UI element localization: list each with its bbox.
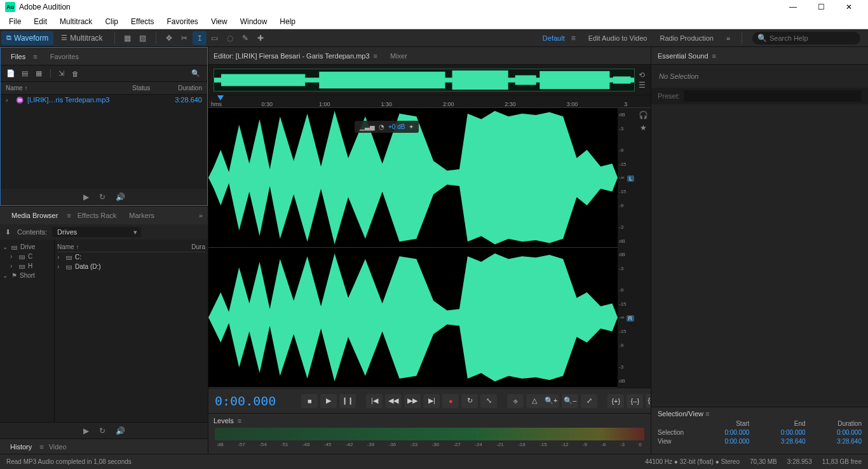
selection-duration[interactable]: 0:00.000	[808, 429, 862, 436]
razor-tool-icon[interactable]: ✂	[177, 31, 191, 45]
download-icon[interactable]: ⬇	[5, 228, 11, 236]
menu-file[interactable]: File	[3, 17, 27, 26]
tab-effects-rack[interactable]: Effects Rack	[71, 212, 123, 219]
view-end[interactable]: 3:28.640	[751, 438, 805, 445]
channels-icon[interactable]: ☰	[639, 81, 646, 90]
tab-files[interactable]: Files	[6, 53, 31, 60]
levels-menu-icon[interactable]: ≡	[238, 417, 241, 425]
close-file-icon[interactable]: 🗑	[69, 68, 81, 79]
timeline[interactable]: hms 0:30 1:00 1:30 2:00 2:30 3:00 3	[208, 95, 651, 108]
tab-history[interactable]: History	[5, 443, 37, 451]
open-file-icon[interactable]: 📄	[4, 68, 17, 79]
move-tool-icon[interactable]: ✥	[162, 31, 176, 45]
tab-mixer[interactable]: Mixer	[390, 52, 407, 60]
mb-more-icon[interactable]: »	[199, 212, 203, 219]
zoom-in-time-icon[interactable]: {+}	[607, 394, 624, 408]
mb-loop-icon[interactable]: ↻	[99, 426, 105, 435]
menu-effects[interactable]: Effects	[125, 17, 160, 26]
hud-pin-icon[interactable]: ✦	[409, 123, 414, 130]
record-button[interactable]: ●	[442, 394, 459, 408]
stop-button[interactable]: ■	[301, 394, 318, 408]
rewind-button[interactable]: ◀◀	[385, 394, 402, 408]
levels-meter[interactable]	[215, 428, 644, 440]
loop-button[interactable]: ↻	[461, 394, 478, 408]
amplitude-hud[interactable]: ▁▃▅ ◔ +0 dB ✦	[355, 121, 419, 133]
overview-waveform[interactable]	[214, 69, 635, 92]
view-waveform-button[interactable]: ⧉Waveform	[1, 31, 53, 45]
menu-favorites[interactable]: Favorites	[161, 17, 205, 26]
maximize-button[interactable]: ☐	[807, 0, 835, 14]
drives-dropdown[interactable]: Drives	[52, 227, 141, 237]
col-name[interactable]: Name ↑	[6, 85, 132, 92]
tree-row[interactable]: ›🖴H	[3, 261, 51, 271]
zoom-out-time-icon[interactable]: {–}	[627, 394, 643, 408]
brush-tool-icon[interactable]: ✎	[238, 31, 252, 45]
tree-row[interactable]: ⌄⚑Short	[3, 271, 51, 280]
menu-help[interactable]: Help	[273, 17, 302, 26]
col-duration[interactable]: Duration	[164, 85, 202, 92]
zoom-out-icon[interactable]: 🔍–	[562, 394, 578, 408]
selview-menu-icon[interactable]: ≡	[705, 410, 709, 418]
tab-markers[interactable]: Markers	[123, 212, 161, 219]
zoom-full-icon[interactable]: ⤢	[581, 394, 597, 408]
star-icon[interactable]: ★	[640, 123, 647, 132]
essential-menu-icon[interactable]: ≡	[712, 52, 716, 60]
files-loop-icon[interactable]: ↻	[99, 193, 105, 201]
mb-play-icon[interactable]: ▶	[83, 426, 89, 435]
expand-icon[interactable]: ›	[6, 96, 12, 104]
workspace-radio[interactable]: Radio Production	[653, 34, 719, 42]
workspace-more-icon[interactable]: »	[720, 34, 736, 42]
mb-col-dura[interactable]: Dura	[191, 243, 205, 250]
files-menu-icon[interactable]: ≡	[33, 53, 37, 60]
search-help[interactable]: 🔍	[752, 32, 860, 44]
files-autoplay-icon[interactable]: 🔊	[116, 193, 125, 201]
skip-selection-button[interactable]: ⤡	[480, 394, 497, 408]
zoom-in-icon[interactable]: 🔍+	[543, 394, 559, 408]
menu-window[interactable]: Window	[234, 17, 274, 26]
tree-row[interactable]: ›🖴C:	[57, 252, 205, 262]
tab-media-browser[interactable]: Media Browser	[5, 212, 64, 219]
workspace-edit-audio[interactable]: Edit Audio to Video	[582, 34, 654, 42]
files-play-icon[interactable]: ▶	[83, 193, 89, 201]
forward-button[interactable]: ▶▶	[404, 394, 421, 408]
tree-row[interactable]: ›🖴C	[3, 252, 51, 261]
heal-tool-icon[interactable]: ✚	[254, 31, 268, 45]
search-input[interactable]	[770, 34, 855, 42]
file-row[interactable]: › ♒ [LIRIK]…ris Terdepan.mp3 3:28.640	[1, 95, 207, 105]
hud-toggle-icon[interactable]: ▦	[121, 31, 135, 45]
view-multitrack-button[interactable]: ☰Multitrack	[56, 31, 107, 45]
new-multitrack-icon[interactable]: ▦	[32, 68, 45, 79]
timecode-display[interactable]: 0:00.000	[215, 393, 276, 409]
time-selection-tool-icon[interactable]: 𝙸	[193, 31, 207, 45]
tab-favorites[interactable]: Favorites	[45, 53, 84, 60]
waveform-editor[interactable]: ▁▃▅ ◔ +0 dB ✦	[208, 108, 618, 388]
col-status[interactable]: Status	[132, 85, 164, 92]
selection-end[interactable]: 0:00.000	[751, 429, 805, 436]
goto-start-button[interactable]: |◀	[366, 394, 383, 408]
play-button[interactable]: ▶	[320, 394, 337, 408]
tree-row[interactable]: ›🖴Data (D:)	[57, 262, 205, 271]
lasso-tool-icon[interactable]: ◌	[223, 31, 237, 45]
editor-menu-icon[interactable]: ≡	[374, 52, 377, 60]
menu-clip[interactable]: Clip	[98, 17, 125, 26]
new-file-icon[interactable]: ▤	[18, 68, 31, 79]
zoom-sel-in-icon[interactable]: {⟶	[646, 394, 651, 408]
mb-col-name[interactable]: Name ↑	[57, 243, 191, 250]
metronome-icon[interactable]: △	[526, 394, 543, 408]
menu-edit[interactable]: Edit	[27, 17, 53, 26]
view-duration[interactable]: 3:28.640	[808, 438, 862, 445]
playhead-icon[interactable]	[217, 95, 224, 100]
filter-icon[interactable]: 🔍	[189, 68, 202, 79]
punch-in-icon[interactable]: ⎆	[507, 394, 524, 408]
preset-dropdown[interactable]	[684, 90, 862, 102]
headphones-icon[interactable]: 🎧	[639, 111, 648, 119]
goto-end-button[interactable]: ▶|	[423, 394, 440, 408]
selection-start[interactable]: 0:00.000	[695, 429, 749, 436]
spectral-toggle-icon[interactable]: ▨	[136, 31, 150, 45]
tab-video[interactable]: Video	[44, 443, 72, 451]
minimize-button[interactable]: —	[779, 0, 807, 14]
view-start[interactable]: 0:00.000	[695, 438, 749, 445]
workspace-default[interactable]: Default	[536, 34, 571, 42]
marquee-tool-icon[interactable]: ▭	[208, 31, 222, 45]
mb-autoplay-icon[interactable]: 🔊	[116, 426, 125, 435]
